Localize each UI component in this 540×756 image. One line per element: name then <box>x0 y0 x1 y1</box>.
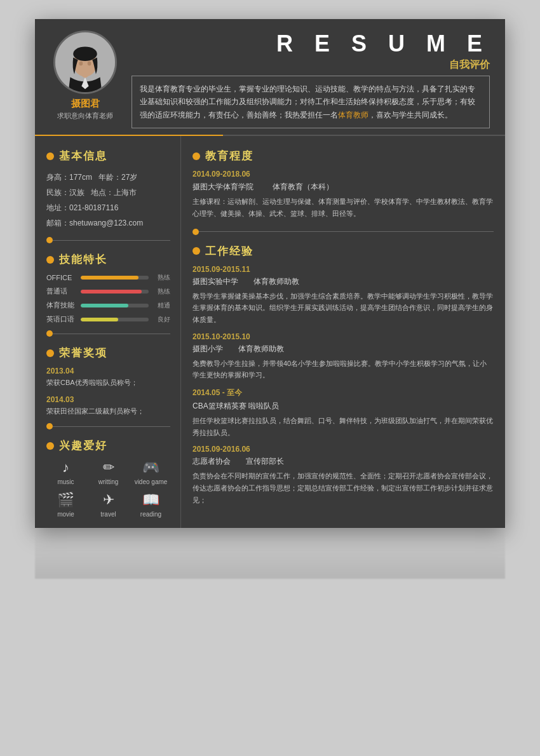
work-org-row-0: 摄图实验中学 体育教师助教 <box>192 276 494 287</box>
hobby-videogame: 🎮 video game <box>132 459 170 485</box>
separator-1 <box>46 237 170 243</box>
skill-item-3: 英语口语 良好 <box>46 314 170 324</box>
skills-section: 技能特长 OFFICE 熟练 普通话 <box>46 252 170 324</box>
skill-bar-fill-1 <box>81 290 142 294</box>
self-eval-box: 我是体育教育专业的毕业生，掌握专业的理论知识、运动技能、教学的特点与方法，具备了… <box>132 76 490 128</box>
work-header: 工作经验 <box>192 244 494 259</box>
page-wrapper: 摄图君 求职意向体育老师 R E S U M E 自我评价 我是体育教育专业的毕… <box>0 0 540 756</box>
basic-info-row-2: 民族：汉族 地点：上海市 <box>46 185 170 200</box>
main-body: 基本信息 身高：177cm 年龄：27岁 民族：汉族 地点：上海市 地址：021… <box>35 136 505 528</box>
hobbies-section: 兴趣爱好 ♪ music ✏ writting 🎮 vi <box>46 438 170 518</box>
address-value: 地址：021-80187116 <box>46 200 170 215</box>
svg-point-6 <box>88 62 91 66</box>
edu-date: 2014.09-2018.06 <box>192 170 494 179</box>
skill-bar-fill-3 <box>81 318 118 321</box>
basic-info-title: 基本信息 <box>59 149 107 163</box>
edu-major: 体育教育（本科） <box>273 182 334 192</box>
work-desc-0: 教导学生掌握健美操基本步伐，加强学生综合素质培养。教学中能够调动学生学习积极性，… <box>192 290 494 326</box>
separator-right-1 <box>192 229 494 235</box>
skill-bar-fill-0 <box>81 276 138 280</box>
work-date-2: 2014.05 - 至今 <box>192 388 494 398</box>
work-title-1: 体育教师助教 <box>238 344 284 354</box>
courses-text: 运动解剖、运动生理与保健、体育测量与评价、学校体育学、中学生教材教法、教育学心理… <box>192 198 493 217</box>
honor-list: 2013.04 荣获CBA优秀啦啦队员称号； 2014.03 荣获田径国家二级裁… <box>46 367 170 417</box>
honor-text-1: 荣获田径国家二级裁判员称号； <box>46 406 170 417</box>
orange-dot-2 <box>46 330 53 337</box>
resume-title: R E S U M E <box>276 30 490 57</box>
skill-level-3: 良好 <box>152 315 170 324</box>
skill-bar-bg-3 <box>81 318 149 321</box>
edu-school: 摄图大学体育学院 <box>192 182 253 192</box>
orange-line-r1 <box>199 231 494 232</box>
skill-bar-bg-1 <box>81 290 149 294</box>
hobby-writing: ✏ writting <box>89 459 128 485</box>
skill-bar-bg-2 <box>81 304 149 307</box>
location-value: 地点：上海市 <box>91 185 137 200</box>
section-dot-honor <box>46 349 54 357</box>
skill-label-1: 普通话 <box>46 287 77 296</box>
self-eval-text: 我是体育教育专业的毕业生，掌握专业的理论知识、运动技能、教学的特点与方法，具备了… <box>140 84 475 119</box>
skill-level-0: 熟练 <box>152 273 170 282</box>
hobby-label-travel: travel <box>100 511 116 518</box>
right-column: 教育程度 2014.09-2018.06 摄图大学体育学院 体育教育（本科） 主… <box>181 136 505 528</box>
profile-photo <box>53 30 117 94</box>
skill-bar-bg-0 <box>81 276 149 280</box>
hobby-movie: 🎬 movie <box>46 492 85 518</box>
highlight-text: 体育教师 <box>338 111 368 119</box>
ethnicity-value: 民族：汉族 <box>46 185 84 200</box>
skill-item-2: 体育技能 精通 <box>46 300 170 310</box>
work-org-row-1: 摄图小学 体育教师助教 <box>192 344 494 354</box>
skills-list: OFFICE 熟练 普通话 熟练 <box>46 273 170 324</box>
honor-title: 荣誉奖项 <box>59 346 107 360</box>
resume-title-row: R E S U M E <box>132 30 490 57</box>
skills-title: 技能特长 <box>59 252 107 267</box>
email-value: 邮箱：shetuwang@123.com <box>46 215 170 231</box>
skill-item-1: 普通话 熟练 <box>46 287 170 296</box>
hobby-label-videogame: video game <box>135 478 168 485</box>
separator-3 <box>46 423 170 429</box>
orange-dot-3 <box>46 423 53 429</box>
skills-header: 技能特长 <box>46 252 170 267</box>
profile-name: 摄图君 <box>71 98 100 110</box>
hobbies-grid: ♪ music ✏ writting 🎮 video game 🎬 <box>46 459 170 518</box>
section-dot-edu <box>192 152 200 160</box>
skill-level-1: 熟练 <box>152 287 170 296</box>
hobby-reading: 📖 reading <box>132 492 170 518</box>
section-dot-hobbies <box>46 442 54 450</box>
skill-item-0: OFFICE 熟练 <box>46 273 170 282</box>
page-reflection <box>35 528 505 579</box>
height-value: 身高：177cm <box>46 170 92 185</box>
travel-icon: ✈ <box>103 492 114 508</box>
self-eval-label: 自我评价 <box>132 58 490 72</box>
section-dot-work <box>192 247 200 255</box>
work-title: 工作经验 <box>205 244 253 259</box>
left-column: 基本信息 身高：177cm 年龄：27岁 民族：汉族 地点：上海市 地址：021… <box>35 136 181 528</box>
work-title-3: 宣传部部长 <box>246 456 284 467</box>
hobby-label-music: music <box>57 478 74 485</box>
work-title-0: 体育教师助教 <box>253 276 299 287</box>
work-desc-3: 负责协会在不同时期的宣传工作，加强宣传的规范性、全面性；定期召开志愿者协会宣传部… <box>192 470 494 506</box>
orange-dot <box>46 237 53 243</box>
skill-label-2: 体育技能 <box>46 300 77 310</box>
section-dot-basic <box>46 152 54 160</box>
header-right: R E S U M E 自我评价 我是体育教育专业的毕业生，掌握专业的理论知识、… <box>132 30 490 128</box>
hobby-music: ♪ music <box>46 459 85 485</box>
edu-header: 教育程度 <box>192 149 494 163</box>
photo-block: 摄图君 求职意向体育老师 <box>50 30 120 121</box>
orange-line <box>53 240 170 241</box>
writing-icon: ✏ <box>103 459 114 476</box>
movie-icon: 🎬 <box>57 492 74 508</box>
work-desc-1: 免费教导小学生拉操，并带领40名小学生参加啦啦操比赛。教学中小学生积极学习的气氛… <box>192 358 494 381</box>
reading-icon: 📖 <box>142 492 159 508</box>
work-date-3: 2015.09-2016.06 <box>192 445 494 454</box>
svg-point-5 <box>79 62 83 66</box>
skill-level-2: 精通 <box>152 301 170 310</box>
svg-point-4 <box>73 47 97 62</box>
honor-text-0: 荣获CBA优秀啦啦队员称号； <box>46 377 170 389</box>
edu-school-row: 摄图大学体育学院 体育教育（本科） <box>192 182 494 192</box>
work-org-2: CBA篮球精英赛 啦啦队员 <box>192 401 279 412</box>
resume-card: 摄图君 求职意向体育老师 R E S U M E 自我评价 我是体育教育专业的毕… <box>35 19 505 528</box>
orange-dot-r1 <box>192 229 199 235</box>
work-date-1: 2015.10-2015.10 <box>192 332 494 341</box>
honor-section: 荣誉奖项 2013.04 荣获CBA优秀啦啦队员称号； 2014.03 荣获田径… <box>46 346 170 417</box>
